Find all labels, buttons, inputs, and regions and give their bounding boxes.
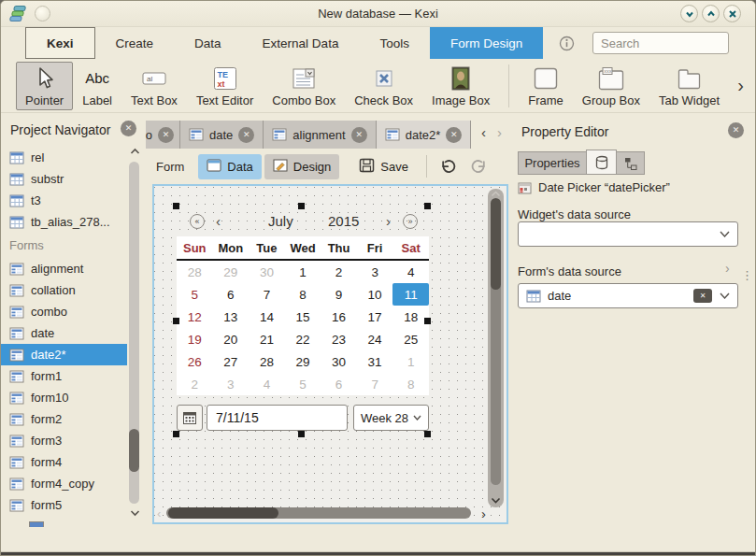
close-icon[interactable]: ✕ [728,122,744,138]
calendar-day-cell[interactable]: 29 [285,350,321,373]
widget-data-source-select[interactable] [518,221,738,247]
calendar-day-cell[interactable]: 5 [285,373,321,395]
menu-tab-form-design[interactable]: Form Design [430,27,543,59]
redo-icon[interactable] [470,159,489,175]
tab-data-source[interactable] [586,150,617,175]
menu-tab-external-data[interactable]: External Data [242,27,360,59]
tool-combo-box[interactable]: Combo Box [263,62,345,110]
calendar-day-cell[interactable]: 9 [321,283,357,306]
calendar-day-cell[interactable]: 23 [321,328,357,350]
calendar-day-cell[interactable]: 2 [177,373,213,395]
menu-tab-kexi[interactable]: Kexi [25,27,95,59]
sidebar-item-t3[interactable]: t3 [1,190,127,211]
form-design-canvas[interactable]: « ‹ July 2015 › » SunMonTueWedThuFriSat … [152,184,508,524]
maximize-button[interactable] [702,5,720,22]
close-icon[interactable]: ✕ [351,127,367,143]
selection-handle-bottom-right[interactable] [424,431,431,437]
sidebar-item-form4-copy[interactable]: form4_copy [1,473,127,494]
close-icon[interactable]: ✕ [446,127,462,143]
calendar-day-cell[interactable]: 28 [177,261,213,283]
sidebar-item-form10[interactable]: form10 [1,387,127,408]
calendar-day-cell[interactable]: 12 [177,306,213,328]
calendar-month-label[interactable]: July [268,213,293,229]
calendar-popup-button[interactable] [177,405,203,431]
sidebar-item-rel[interactable]: rel [1,147,127,168]
tool-image-box[interactable]: Image Box [422,62,499,110]
next-month-icon[interactable]: › [386,213,391,229]
scroll-left-icon[interactable]: ‹ [157,506,161,520]
calendar-day-cell[interactable]: 4 [392,261,429,283]
calendar-day-cell[interactable]: 3 [357,261,393,283]
form-data-source-select[interactable]: date ✕ [518,283,738,308]
scroll-up-icon[interactable] [488,191,504,197]
minimize-button[interactable] [680,5,698,22]
expand-chevron-icon[interactable]: › [725,261,730,276]
data-view-button[interactable]: Data [198,154,261,179]
tool-text-box[interactable]: alText Box [121,62,187,110]
sidebar-item-tb-alias-278[interactable]: tb_alias_278... [1,211,127,233]
tool-check-box[interactable]: Check Box [345,62,422,110]
calendar-day-cell[interactable]: 2 [321,261,357,283]
design-view-button[interactable]: Design [264,154,339,179]
calendar-day-cell[interactable]: 1 [285,261,321,283]
sidebar-item-combo[interactable]: combo [1,301,127,322]
tool-label[interactable]: AbcLabel [73,62,121,110]
calendar-day-cell[interactable]: 11 [392,283,429,306]
date-input[interactable] [207,405,348,431]
sidebar-item-form3[interactable]: form3 [1,430,127,451]
undo-icon[interactable] [438,159,457,175]
tool-tab-widget[interactable]: Tab Widget [649,62,729,110]
sidebar-item-form4[interactable]: form4 [1,451,127,473]
clear-icon[interactable]: ✕ [693,289,712,303]
calendar-day-cell[interactable]: 15 [285,306,321,328]
close-icon[interactable]: ✕ [158,127,174,143]
selection-handle-top-left[interactable] [173,203,179,209]
calendar-day-cell[interactable]: 3 [213,373,250,395]
calendar-day-cell[interactable]: 30 [321,350,357,373]
selection-handle-top-right[interactable] [424,203,431,209]
save-button[interactable]: Save [350,154,417,179]
menu-tab-data[interactable]: Data [174,27,242,59]
menu-tab-tools[interactable]: Tools [359,27,430,59]
tool-pointer[interactable]: Pointer [16,62,73,110]
week-dropdown[interactable]: Week 28 [353,405,429,431]
doc-tab-alignment[interactable]: alignment✕ [264,121,376,149]
scroll-down-icon[interactable] [129,509,140,517]
calendar-day-cell[interactable]: 20 [213,328,250,350]
close-icon[interactable]: ✕ [238,127,254,143]
form-menu[interactable]: Form [156,160,184,174]
selection-handle-bottom-center[interactable] [298,431,305,437]
previous-year-icon[interactable]: « [190,214,205,229]
calendar-day-cell[interactable]: 13 [213,306,250,328]
calendar-day-cell[interactable]: 8 [392,373,429,395]
sidebar-item-date[interactable]: date [1,322,127,344]
calendar-day-cell[interactable]: 10 [357,283,393,306]
scroll-down-icon[interactable] [488,497,504,504]
previous-month-icon[interactable]: ‹ [216,213,221,229]
sidebar-item-date2[interactable]: date2* [1,344,127,365]
calendar-day-cell[interactable]: 29 [213,261,250,283]
tabs-scroll-left-icon[interactable]: ‹ [478,124,490,140]
canvas-vertical-scrollbar[interactable] [488,189,504,507]
calendar-day-cell[interactable]: 4 [249,373,285,395]
sidebar-item-form1[interactable]: form1 [1,365,127,387]
calendar-day-cell[interactable]: 30 [249,261,285,283]
sidebar-scrollbar-thumb[interactable] [129,429,139,472]
tab-properties[interactable]: Properties [518,151,587,175]
doc-tab-date2[interactable]: date2*✕ [377,121,472,149]
selection-handle-bottom-left[interactable] [173,431,179,437]
tab-widget-tree[interactable] [616,151,645,175]
canvas-horizontal-scrollbar[interactable]: ‹ [159,506,473,520]
panel-splitter-handle[interactable]: ⋮ [741,268,753,282]
sidebar-item-alignment[interactable]: alignment [1,258,127,279]
tool-group-box[interactable]: xxxGroup Box [573,62,649,110]
menu-tab-create[interactable]: Create [95,27,175,59]
calendar-day-cell[interactable]: 19 [177,328,213,350]
calendar-day-cell[interactable]: 31 [357,350,393,373]
calendar-day-cell[interactable]: 17 [357,306,393,328]
tabs-scroll-right-icon[interactable]: › [493,124,506,140]
calendar-day-cell[interactable]: 22 [285,328,321,350]
tool-text-editor[interactable]: TExtText Editor [187,62,263,110]
calendar-day-cell[interactable]: 1 [392,350,429,373]
selection-handle-mid-left[interactable] [173,318,179,324]
